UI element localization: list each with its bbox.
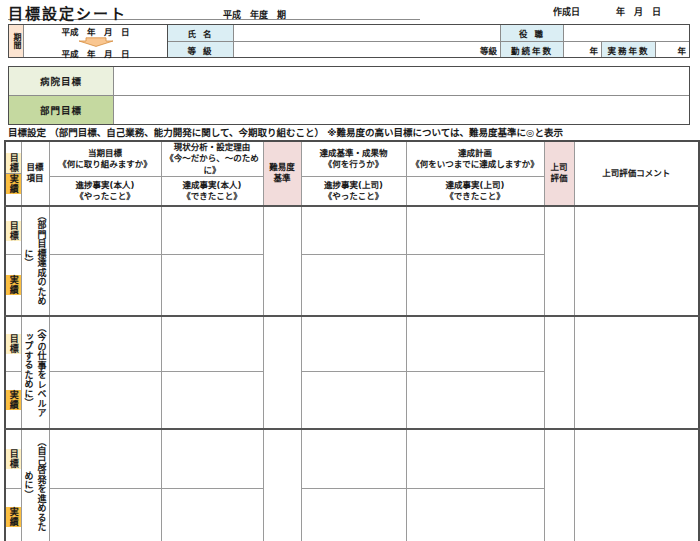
entry-cell[interactable] — [161, 372, 263, 429]
header-achieve-boss: 達成事実(上司) 《できたこと》 — [406, 177, 544, 206]
down-arrow-icon — [78, 37, 114, 47]
group2-goal-row: 目標 業務目標（今の仕事をレベルアップするために） — [5, 316, 699, 372]
group1-category: 成果目標（部門目標達成のために） — [21, 206, 49, 316]
entry-cell[interactable] — [49, 316, 161, 372]
page-title: 目標設定シート — [8, 2, 127, 23]
entry-cell-boss-eval[interactable] — [544, 206, 574, 316]
period-end-date[interactable]: 平成 年 月 日 — [24, 47, 167, 59]
goal-setting-note: 目標設定 （部門目標、自己業務、能力開発に関して、今期取り組むこと） ※難易度の… — [8, 125, 563, 139]
entry-cell[interactable] — [406, 372, 544, 429]
period-arrow — [24, 37, 167, 47]
position-label: 役 職 — [500, 25, 563, 41]
entry-cell-difficulty[interactable] — [263, 429, 301, 541]
entry-cell[interactable] — [49, 372, 161, 429]
practical-years-label: 実務年数 — [601, 41, 655, 57]
name-label: 氏 名 — [168, 25, 233, 41]
entry-cell[interactable] — [49, 429, 161, 489]
header-criteria: 達成基準・成果物 《何を行うか》 — [301, 141, 406, 177]
group2-goal-label: 目標 — [5, 316, 21, 372]
entry-cell[interactable] — [161, 206, 263, 255]
entry-cell-boss-comment[interactable] — [574, 206, 699, 316]
header-difficulty: 難易度 基準 — [263, 141, 301, 206]
entry-cell[interactable] — [301, 489, 406, 541]
fiscal-year-label: 平成 年度 期 — [223, 8, 286, 21]
entry-cell[interactable] — [49, 255, 161, 316]
org-goals-table: 病院目標 部門目標 — [8, 66, 690, 125]
header-current-goal: 当期目標 《何に取り組みますか》 — [49, 141, 161, 177]
group1-goal-label: 目標 — [5, 206, 21, 255]
corner-result-label: 実績 — [9, 174, 18, 194]
goal-setting-table: 目標 実績 目標 項目 当期目標 《何に取り組みますか》 現状分析・設定理由 《… — [4, 140, 700, 541]
entry-cell[interactable] — [406, 429, 544, 489]
service-years-value[interactable]: 年 — [563, 41, 601, 57]
period-dates: 平成 年 月 日 平成 年 月 日 — [24, 25, 168, 57]
hospital-goal-row: 病院目標 — [9, 67, 689, 95]
group1-goal-row: 目標 成果目標（部門目標達成のために） — [5, 206, 699, 255]
department-goal-label: 部門目標 — [9, 96, 114, 124]
entry-cell[interactable] — [406, 206, 544, 255]
entry-cell-boss-comment[interactable] — [574, 429, 699, 541]
group2-result-label: 実績 — [5, 372, 21, 429]
entry-cell[interactable] — [301, 372, 406, 429]
hospital-goal-value[interactable] — [114, 67, 689, 95]
group3-category: 能力開発目標（自己啓発を進めるために） — [21, 429, 49, 541]
group2-category: 業務目標（今の仕事をレベルアップするために） — [21, 316, 49, 429]
entry-cell[interactable] — [301, 429, 406, 489]
header-boss-eval: 上司 評価 — [544, 141, 574, 206]
hospital-goal-label: 病院目標 — [9, 67, 114, 95]
goal-result-corner-header: 目標 実績 — [5, 141, 21, 206]
header-boss-comment: 上司評価コメント — [574, 141, 699, 206]
entry-cell-boss-comment[interactable] — [574, 316, 699, 429]
entry-cell[interactable] — [161, 255, 263, 316]
grade-label: 等 級 — [168, 41, 233, 57]
department-goal-row: 部門目標 — [9, 95, 689, 124]
header-achieve-self: 達成事実(本人) 《できたこと》 — [161, 177, 263, 206]
group3-result-label: 実績 — [5, 489, 21, 541]
name-value[interactable] — [233, 25, 500, 41]
group3-goal-label: 目標 — [5, 429, 21, 489]
entry-cell[interactable] — [301, 255, 406, 316]
entry-cell-boss-eval[interactable] — [544, 429, 574, 541]
entry-cell[interactable] — [406, 316, 544, 372]
header-item: 目標 項目 — [21, 141, 49, 206]
entry-cell[interactable] — [161, 316, 263, 372]
header-progress-boss: 進捗事実(上司) 《やったこと》 — [301, 177, 406, 206]
entry-cell-difficulty[interactable] — [263, 206, 301, 316]
practical-years-value[interactable]: 年 — [655, 41, 689, 57]
entry-cell[interactable] — [161, 489, 263, 541]
corner-goal-label: 目標 — [9, 153, 18, 173]
header-progress-self: 進捗事実(本人) 《やったこと》 — [49, 177, 161, 206]
created-date-label: 作成日 年 月 日 — [553, 5, 661, 18]
header-row-top: 目標 実績 目標 項目 当期目標 《何に取り組みますか》 現状分析・設定理由 《… — [5, 141, 699, 177]
entry-cell-boss-eval[interactable] — [544, 316, 574, 429]
header-analysis: 現状分析・設定理由 《今～だから、～のために》 — [161, 141, 263, 177]
entry-cell[interactable] — [406, 255, 544, 316]
period-label-cell: 期間 — [9, 25, 24, 57]
entry-cell[interactable] — [49, 206, 161, 255]
grade-value[interactable]: 等級 — [233, 41, 500, 57]
entry-cell[interactable] — [301, 206, 406, 255]
entry-cell[interactable] — [406, 489, 544, 541]
entry-cell[interactable] — [49, 489, 161, 541]
entry-cell-difficulty[interactable] — [263, 316, 301, 429]
position-value[interactable] — [563, 25, 689, 41]
entry-cell[interactable] — [301, 316, 406, 372]
header-plan: 達成計画 《何をいつまでに達成しますか》 — [406, 141, 544, 177]
personal-info-table: 期間 平成 年 月 日 平成 年 月 日 氏 名 役 職 等 級 等級 勤続年数… — [8, 24, 690, 58]
department-goal-value[interactable] — [114, 96, 689, 124]
group1-result-label: 実績 — [5, 255, 21, 316]
service-years-label: 勤続年数 — [500, 41, 563, 57]
period-start-date[interactable]: 平成 年 月 日 — [24, 25, 167, 37]
title-row: 目標設定シート 平成 年度 期 — [8, 2, 420, 20]
group3-goal-row: 目標 能力開発目標（自己啓発を進めるために） — [5, 429, 699, 489]
entry-cell[interactable] — [161, 429, 263, 489]
info-grid: 氏 名 役 職 等 級 等級 勤続年数 年 実務年数 年 — [168, 25, 689, 57]
